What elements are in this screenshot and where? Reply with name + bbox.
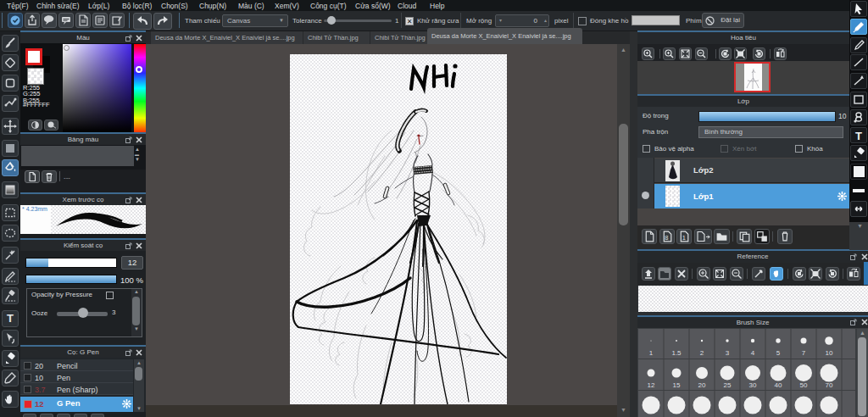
svg-text:5: 5 [776,349,781,357]
svg-text:12: 12 [648,381,655,389]
svg-text:50: 50 [800,381,808,389]
svg-text:1: 1 [682,234,686,242]
svg-text:4: 4 [751,349,755,357]
svg-text:20: 20 [698,381,706,389]
svg-text:2: 2 [700,349,704,357]
svg-text:25: 25 [724,381,732,389]
svg-text:15: 15 [673,381,681,389]
svg-text:1.5: 1.5 [671,349,682,357]
svg-text:3: 3 [726,349,730,357]
svg-text:70: 70 [826,381,833,389]
svg-text:30: 30 [749,381,757,389]
svg-text:7: 7 [802,349,806,357]
svg-text:10: 10 [826,349,833,357]
svg-text:1: 1 [649,349,654,357]
svg-text:8: 8 [665,234,668,242]
svg-text:40: 40 [775,381,782,389]
